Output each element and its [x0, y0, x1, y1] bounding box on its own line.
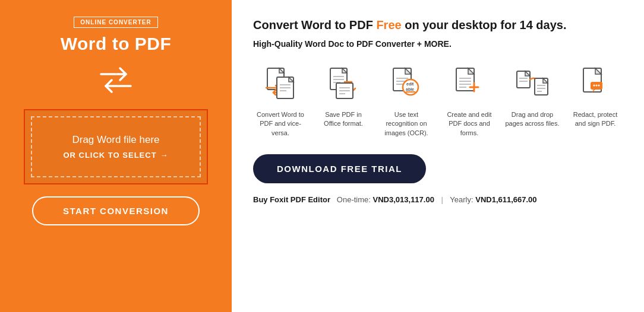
start-conversion-button[interactable]: START CONVERSION — [32, 196, 200, 225]
feature-convert: Convert Word to PDF and vice-versa. — [253, 63, 308, 138]
pricing-onetime-value: VND3,013,117.00 — [373, 195, 434, 204]
pricing-separator: | — [441, 195, 443, 204]
svg-point-37 — [594, 84, 595, 86]
ocr-icon: edit able — [386, 63, 427, 106]
convert-icon — [260, 63, 301, 106]
online-converter-badge: ONLINE CONVERTER — [74, 17, 157, 28]
drop-zone-wrapper: Drag Word file here OR CLICK TO SELECT → — [24, 109, 208, 184]
feature-drag-label: Drag and drop pages across files. — [505, 110, 560, 129]
drop-text: Drag Word file here — [72, 134, 159, 146]
app-title: Word to PDF — [61, 34, 172, 54]
save-icon — [323, 63, 364, 106]
drag-icon — [512, 63, 553, 106]
pricing-label: Buy Foxit PDF Editor — [253, 195, 330, 204]
arrow-right-icon: → — [160, 151, 169, 160]
promo-subtitle: High-Quality Word Doc to PDF Converter +… — [253, 39, 623, 49]
edit-icon — [449, 63, 490, 106]
feature-save: Save PDF in Office format. — [316, 63, 371, 129]
feature-ocr-label: Use text recognition on images (OCR). — [379, 110, 434, 138]
protect-icon — [575, 63, 615, 106]
feature-ocr: edit able Use text recognition on images… — [379, 63, 434, 138]
svg-point-39 — [598, 84, 600, 86]
feature-edit: Create and edit PDF docs and forms. — [442, 63, 497, 138]
promo-title: Convert Word to PDF Free on your desktop… — [253, 17, 623, 33]
feature-save-label: Save PDF in Office format. — [316, 110, 371, 129]
svg-text:edit: edit — [406, 82, 414, 86]
pricing-yearly-label: Yearly: — [450, 195, 473, 204]
promo-title-end: on your desktop for 14 days. — [402, 18, 567, 31]
right-panel: Convert Word to PDF Free on your desktop… — [232, 0, 644, 312]
convert-arrows-icon — [95, 63, 137, 98]
svg-point-38 — [596, 84, 598, 86]
download-free-trial-button[interactable]: DOWNLOAD FREE TRIAL — [253, 154, 426, 183]
promo-title-free: Free — [376, 18, 401, 31]
feature-convert-label: Convert Word to PDF and vice-versa. — [253, 110, 308, 138]
feature-edit-label: Create and edit PDF docs and forms. — [442, 110, 497, 138]
left-panel: ONLINE CONVERTER Word to PDF Drag Word f… — [0, 0, 232, 312]
drop-zone[interactable]: Drag Word file here OR CLICK TO SELECT → — [31, 116, 201, 177]
features-row: Convert Word to PDF and vice-versa. — [253, 63, 623, 138]
feature-protect-label: Redact, protect and sign PDF. — [568, 110, 623, 129]
pricing-yearly-value: VND1,611,667.00 — [475, 195, 536, 204]
svg-text:able: able — [406, 87, 414, 91]
pricing-row: Buy Foxit PDF Editor One-time: VND3,013,… — [253, 195, 623, 204]
promo-title-normal: Convert Word to PDF — [253, 18, 376, 31]
feature-drag: Drag and drop pages across files. — [505, 63, 560, 129]
click-to-select-label: OR CLICK TO SELECT → — [63, 151, 168, 160]
pricing-onetime-label: One-time: — [337, 195, 371, 204]
feature-protect: Redact, protect and sign PDF. — [568, 63, 623, 129]
